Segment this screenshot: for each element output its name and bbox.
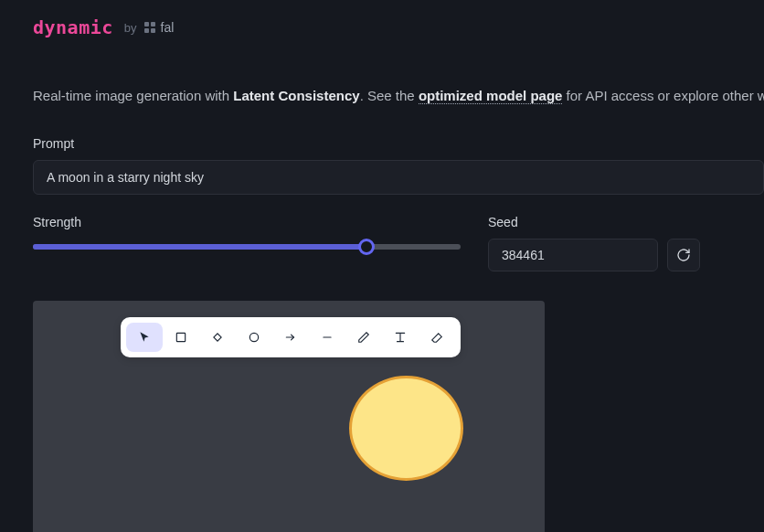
seed-label: Seed <box>488 215 700 229</box>
controls-row: Strength Seed <box>33 215 731 271</box>
tool-eraser[interactable] <box>419 323 455 352</box>
tool-arrow[interactable] <box>272 323 309 352</box>
tool-text[interactable] <box>382 323 419 352</box>
pencil-icon <box>357 331 370 344</box>
tool-diamond[interactable] <box>199 323 236 352</box>
fal-dots-icon <box>144 22 155 33</box>
header: dynamic by fal <box>0 0 764 55</box>
svg-rect-1 <box>214 334 221 341</box>
square-icon <box>175 331 187 344</box>
prompt-label: Prompt <box>33 136 731 151</box>
tool-select[interactable] <box>126 323 163 352</box>
circle-icon <box>248 331 260 344</box>
model-page-link[interactable]: optimized model page <box>419 88 563 104</box>
slider-thumb[interactable] <box>358 239 375 255</box>
tool-rectangle[interactable] <box>163 323 199 352</box>
fal-label: fal <box>161 20 175 35</box>
diamond-icon <box>211 331 224 344</box>
eraser-icon <box>430 331 443 344</box>
tool-pencil[interactable] <box>345 323 382 352</box>
text-icon <box>394 331 407 344</box>
by-text: by <box>124 21 137 35</box>
svg-point-2 <box>249 333 258 341</box>
intro-text: Real-time image generation with Latent C… <box>33 88 731 103</box>
tool-circle[interactable] <box>236 323 272 352</box>
canvas-shape-moon[interactable] <box>349 376 463 481</box>
pointer-icon <box>138 331 151 344</box>
slider-fill <box>33 244 366 250</box>
strength-label: Strength <box>33 215 461 229</box>
seed-refresh-button[interactable] <box>667 239 700 271</box>
seed-input[interactable] <box>488 239 658 271</box>
line-icon <box>321 331 334 344</box>
prompt-input[interactable] <box>33 160 764 195</box>
tool-line[interactable] <box>309 323 345 352</box>
seed-group: Seed <box>488 215 700 271</box>
main-content: Real-time image generation with Latent C… <box>0 55 764 532</box>
drawing-toolbar <box>121 317 461 357</box>
fal-logo[interactable]: fal <box>144 20 175 35</box>
refresh-icon <box>676 248 691 262</box>
app-logo: dynamic <box>33 16 113 38</box>
arrow-icon <box>284 331 297 344</box>
prompt-group: Prompt <box>33 136 731 195</box>
canvas-area[interactable] <box>33 301 545 532</box>
strength-slider[interactable] <box>33 244 461 250</box>
strength-group: Strength <box>33 215 461 271</box>
svg-rect-0 <box>176 333 185 341</box>
intro-strong: Latent Consistency <box>233 88 359 103</box>
